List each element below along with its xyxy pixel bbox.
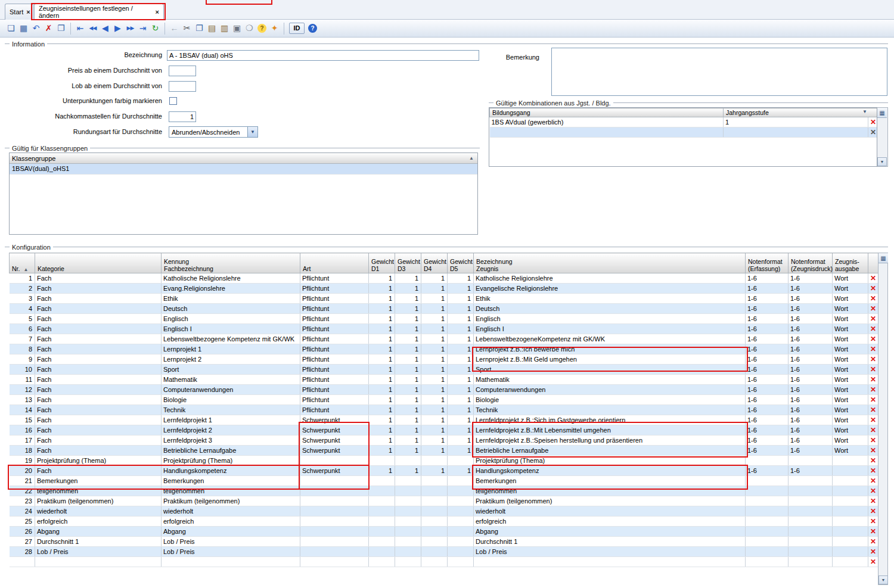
delete-row-button[interactable]: ✕ [868, 486, 879, 496]
paste-special-icon[interactable]: ▥ [218, 22, 231, 35]
delete-row-button[interactable]: ✕ [868, 284, 879, 294]
konfig-row[interactable]: 24wiederholtwiederholtwiederholt✕ [10, 506, 879, 517]
column-chooser-button[interactable]: ▦ [879, 253, 888, 263]
bezeichnung-input[interactable] [167, 50, 479, 61]
copy-icon[interactable]: ❐ [193, 22, 206, 35]
save-icon[interactable]: ▦ [17, 22, 30, 35]
sort-asc-icon[interactable]: ▲ [469, 155, 474, 161]
konfig-row[interactable]: 22teilgenommenteilgenommenteilgenommen✕ [10, 486, 879, 496]
last-record-icon[interactable]: ⇥ [136, 22, 149, 35]
konfig-row[interactable]: 6FachEnglisch IPflichtunt1111Englisch I1… [10, 324, 879, 334]
column-header-notenformat-druck[interactable]: Notenformat (Zeugnisdruck) [789, 253, 833, 273]
konfig-row[interactable]: 20FachHandlungskompetenzSchwerpunkt1111H… [10, 466, 879, 476]
delete-row-button[interactable]: ✕ [868, 117, 878, 127]
tab-start[interactable]: Start × [5, 4, 33, 20]
konfig-row[interactable]: 16FachLernfeldprojekt 2Schwerpunkt1111Le… [10, 425, 879, 435]
delete-row-button[interactable]: ✕ [868, 354, 879, 365]
delete-row-button[interactable]: ✕ [868, 517, 879, 527]
kombination-row[interactable]: 1BS AVdual (gewerblich)1✕ [490, 117, 878, 127]
delete-row-button[interactable]: ✕ [868, 496, 879, 506]
konfig-row[interactable]: 15FachLernfeldprojekt 1Schwerpunkt1111Le… [10, 415, 879, 425]
delete-row-button[interactable]: ✕ [868, 506, 879, 517]
column-header-gewicht-d1[interactable]: Gewicht D1 [369, 253, 395, 273]
konfig-row[interactable]: 3FachEthikPflichtunt1111Ethik1-61-6Wort✕ [10, 294, 879, 304]
konfig-row[interactable]: 12FachComputeranwendungenPflichtunt1111C… [10, 385, 879, 395]
comment-icon[interactable]: ❍ [243, 22, 256, 35]
back-arrow-icon[interactable]: ← [168, 22, 181, 35]
scroll-down-button[interactable]: ▼ [877, 157, 887, 166]
preis-input[interactable] [169, 66, 196, 76]
konfig-row[interactable]: 27Durchschnitt 1Lob / PreisDurchschnitt … [10, 537, 879, 547]
fast-forward-icon[interactable]: ▶▶ [124, 22, 136, 35]
print-icon[interactable]: ▣ [231, 22, 243, 35]
delete-row-button[interactable]: ✕ [868, 314, 879, 324]
megaphone-icon[interactable]: ✦ [268, 22, 281, 35]
konfig-row[interactable]: 25erfolgreicherfolgreicherfolgreich✕ [10, 517, 879, 527]
delete-row-button[interactable]: ✕ [868, 435, 879, 446]
delete-row-button[interactable]: ✕ [868, 304, 879, 314]
cut-icon[interactable]: ✂ [181, 22, 193, 35]
konfig-row[interactable]: 14FachTechnikPflichtunt1111Technik1-61-6… [10, 405, 879, 415]
delete-row-button[interactable]: ✕ [868, 127, 878, 138]
konfig-row[interactable]: 23Praktikum (teilgenommen)Praktikum (tei… [10, 496, 879, 506]
delete-row-button[interactable]: ✕ [868, 365, 879, 375]
kombinationen-scrollbar[interactable]: ▦ ▼ [877, 107, 888, 167]
column-header-art[interactable]: Art [300, 253, 369, 273]
help-icon[interactable]: ? [308, 24, 317, 33]
tab-zeugniseinstellungen[interactable]: Zeugniseinstellungen festlegen / ändern … [34, 4, 164, 20]
delete-row-button[interactable]: ✕ [868, 324, 879, 334]
konfig-row[interactable]: ✕ [10, 557, 879, 567]
konfig-row[interactable]: 19Projektprüfung (Thema)Projektprüfung (… [10, 456, 879, 466]
refresh-icon[interactable]: ↻ [149, 22, 162, 35]
column-header-bezeichnung[interactable]: Bezeichnung Zeugnis [474, 253, 746, 273]
delete-row-button[interactable]: ✕ [868, 405, 879, 415]
konfig-row[interactable]: 18FachBetriebliche LernaufgabeSchwerpunk… [10, 446, 879, 456]
chevron-down-icon[interactable]: ▼ [247, 127, 257, 137]
delete-row-button[interactable]: ✕ [868, 476, 879, 486]
new-record-icon[interactable]: ❏ [5, 22, 17, 35]
column-header-gewicht-d4[interactable]: Gewicht D4 [421, 253, 448, 273]
konfig-row[interactable]: 17FachLernfeldprojekt 3Schwerpunkt1111Le… [10, 435, 879, 446]
delete-row-button[interactable]: ✕ [868, 527, 879, 537]
delete-row-button[interactable]: ✕ [868, 294, 879, 304]
chevron-down-icon[interactable]: ▼ [862, 109, 867, 114]
hint-icon[interactable]: ? [257, 24, 266, 33]
kombination-row[interactable]: ✕ [490, 127, 878, 138]
delete-row-button[interactable]: ✕ [868, 547, 879, 557]
column-header-notenformat-erfassung[interactable]: Notenformat (Erfassung) [746, 253, 789, 273]
delete-row-button[interactable]: ✕ [868, 537, 879, 547]
delete-row-button[interactable]: ✕ [868, 334, 879, 344]
column-header-bildungsgang[interactable]: Bildungsgang [490, 108, 724, 117]
konfig-row[interactable]: 11FachMathematikPflichtunt1111Mathematik… [10, 375, 879, 385]
delete-row-button[interactable]: ✕ [868, 557, 879, 567]
next-record-icon[interactable]: ▶ [111, 22, 124, 35]
column-header-kennung[interactable]: Kennung Fachbezeichnung [162, 253, 300, 273]
scroll-down-button[interactable]: ▼ [879, 575, 888, 584]
delete-row-button[interactable]: ✕ [868, 446, 879, 456]
konfig-row[interactable]: 13FachBiologiePflichtunt1111Biologie1-61… [10, 395, 879, 405]
delete-row-button[interactable]: ✕ [868, 385, 879, 395]
konfig-row[interactable]: 9FachLernprojekt 2Pflichtunt1111Lernproj… [10, 354, 879, 365]
delete-record-icon[interactable]: ✗ [42, 22, 55, 35]
column-header-gewicht-d5[interactable]: Gewicht D5 [448, 253, 474, 273]
close-icon[interactable]: × [156, 8, 159, 15]
delete-row-button[interactable]: ✕ [868, 395, 879, 405]
delete-row-button[interactable]: ✕ [868, 375, 879, 385]
close-icon[interactable]: × [26, 8, 30, 15]
lob-input[interactable] [169, 81, 196, 92]
bemerkung-textarea[interactable] [551, 48, 887, 96]
rundungsart-select[interactable]: Abrunden/Abschneiden ▼ [169, 126, 258, 138]
column-header-gewicht-d3[interactable]: Gewicht D3 [395, 253, 421, 273]
konfig-row[interactable]: 5FachEnglischPflichtunt1111Englisch1-61-… [10, 314, 879, 324]
column-chooser-button[interactable]: ▦ [877, 108, 887, 118]
konfig-row[interactable]: 28Lob / PreisLob / PreisLob / Preis✕ [10, 547, 879, 557]
undo-icon[interactable]: ↶ [30, 22, 42, 35]
first-record-icon[interactable]: ⇤ [74, 22, 86, 35]
duplicate-record-icon[interactable]: ❐ [55, 22, 67, 35]
konfig-row[interactable]: 8FachLernprojekt 1Pflichtunt1111Lernproj… [10, 344, 879, 354]
delete-row-button[interactable]: ✕ [868, 344, 879, 354]
column-header-kategorie[interactable]: Kategorie [35, 253, 162, 273]
klassengruppe-row[interactable]: 1BSAV(dual)_oHS1 [10, 164, 477, 175]
delete-row-button[interactable]: ✕ [868, 466, 879, 476]
konfiguration-scrollbar[interactable]: ▦ ▼ [878, 253, 888, 585]
